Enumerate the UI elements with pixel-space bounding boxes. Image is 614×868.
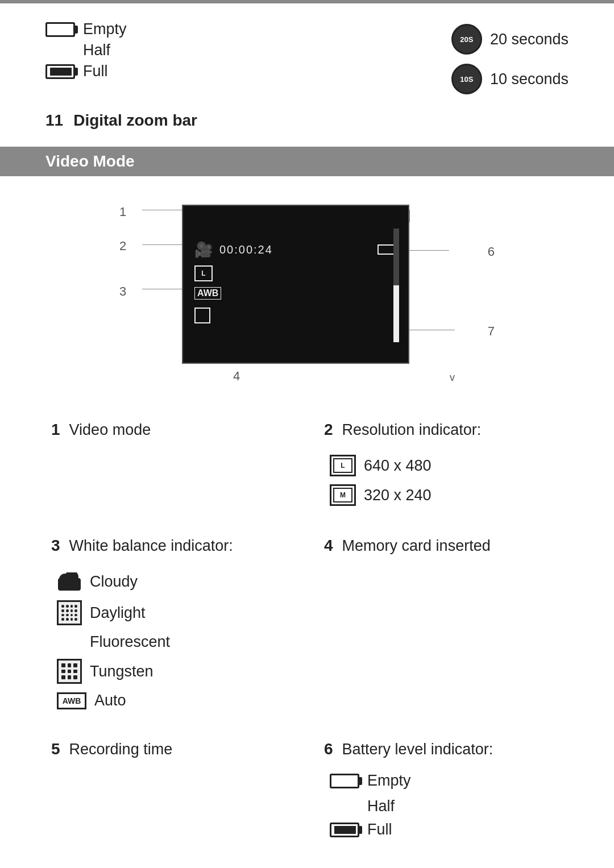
bat-empty-label: Empty [367,772,411,790]
vf-label-4: 4 [233,369,240,384]
desc-cell-2: 2 Resolution indicator: L 640 x 480 M 32… [307,409,580,525]
vf-zoom-bar [393,229,399,342]
wb-cloudy-item: Cloudy [57,571,290,592]
item-3-number: 3 [51,537,60,555]
item-2-title: Resolution indicator: [342,421,482,439]
res-M-icon: M [330,484,356,506]
wb-tungsten-label: Tungsten [90,663,154,680]
vf-awb-row: AWB [194,287,397,300]
connector-3 [142,289,183,289]
desc-cell-3: 3 White balance indicator: Cloudy [34,525,307,729]
top-border [0,0,614,3]
battery-list: Empty Half Full [45,20,127,94]
connector-1 [142,210,182,210]
wb-auto-item: AWB Auto [57,692,290,709]
battery-full-icon [45,64,75,79]
item-2-number: 2 [324,421,333,439]
timer-list: 20S 20 seconds 10S 10 seconds [451,20,569,94]
vf-label-v: v [450,372,455,384]
camera-mode-icon: 🎥 [194,241,213,259]
vf-awb-label: AWB [194,287,221,300]
wb-daylight-item: Daylight [57,600,290,625]
timer-20s-label: 20 seconds [490,31,569,48]
bat-half-label: Half [367,798,395,815]
desc-grid: 1 Video mode 2 Resolution indicator: L 6… [0,409,614,868]
wb-auto-label: Auto [94,692,126,709]
recording-time-display: 00:00:24 [219,243,273,256]
battery-full-item: Full [45,63,127,80]
wb-tungsten-item: Tungsten [57,659,290,684]
item-5-title: Recording time [69,741,173,758]
item-4-number: 4 [324,537,333,555]
desc-cell-6: 6 Battery level indicator: Empty Half Fu… [307,729,580,858]
res-640-item: L 640 x 480 [330,455,563,476]
bat-empty-icon [330,774,359,788]
vf-res-icon: L [194,265,213,281]
wb-daylight-label: Daylight [90,604,146,622]
viewfinder-wrapper: 1 2 3 4 5 6 7 v 🎥 00:00:24 [108,193,506,387]
desc-cell-1: 1 Video mode [34,409,307,525]
awb-icon: AWB [57,692,86,709]
video-mode-header: Video Mode [0,147,614,176]
timer-20s-item: 20S 20 seconds [451,24,569,55]
battery-half-label: Half [83,41,110,59]
item-5-number: 5 [51,740,60,758]
item-11: 11 Digital zoom bar [0,111,614,130]
battery-empty-item: Empty [45,20,127,38]
vf-label-1: 1 [119,205,126,219]
wb-cloudy-label: Cloudy [90,573,138,591]
item-4-title: Memory card inserted [342,537,491,555]
res-L-icon: L [330,455,356,476]
viewfinder-container: 1 2 3 4 5 6 7 v 🎥 00:00:24 [0,193,614,387]
res-640-label: 640 x 480 [364,457,432,475]
item-11-number: 11 [45,111,63,130]
desc-cell-5: 5 Recording time [34,729,307,858]
vf-label-3: 3 [119,284,126,299]
viewfinder-screen: 🎥 00:00:24 L AWB [182,205,409,364]
timer-20s-icon: 20S [451,24,482,55]
bat-full-label: Full [367,821,392,838]
vf-focus-row [194,308,397,323]
wb-fluorescent-label: Fluorescent [90,633,170,651]
connector-6 [409,250,449,251]
item-6-number: 6 [324,740,333,758]
timer-10s-item: 10S 10 seconds [451,64,569,94]
res-320-item: M 320 x 240 [330,484,563,506]
vf-label-7: 7 [488,324,495,339]
tungsten-icon [57,659,82,684]
bat-full-icon [330,823,359,837]
vf-focus-square [194,308,210,323]
vf-label-6: 6 [488,244,495,259]
daylight-icon [57,600,82,625]
battery-empty-label: Empty [83,20,127,38]
res-320-label: 320 x 240 [364,487,432,504]
item-11-label: Digital zoom bar [73,111,197,130]
vf-resolution-row: L [194,265,397,281]
battery-full-label: Full [83,63,108,80]
wb-fluorescent-item: Fluorescent [57,633,290,651]
connector-2 [142,244,188,245]
cloud-icon [57,571,82,592]
connector-5v [409,210,410,222]
bat-empty-item: Empty [330,772,563,790]
desc-cell-7: 7 Digital zoom bar [34,858,307,868]
connector-7 [409,330,455,330]
item-1-number: 1 [51,421,60,439]
timer-10s-label: 10 seconds [490,70,569,88]
vf-label-2: 2 [119,239,126,254]
timer-10s-icon: 10S [451,64,482,94]
vf-zoom-fill [393,285,399,342]
item-1-title: Video mode [69,421,151,439]
battery-empty-icon [45,22,75,37]
bat-full-item: Full [330,821,563,838]
item-6-title: Battery level indicator: [342,741,493,758]
desc-cell-empty [307,858,580,868]
battery-half-item: Half [45,41,127,59]
desc-cell-4: 4 Memory card inserted [307,525,580,729]
top-section: Empty Half Full 20S 20 seconds 10S 10 s [0,20,614,94]
item-3-title: White balance indicator: [69,537,233,555]
